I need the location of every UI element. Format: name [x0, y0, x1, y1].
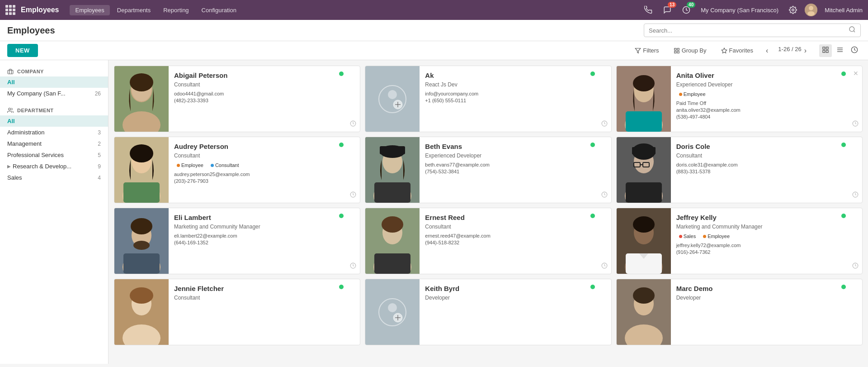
employee-role: Experienced Developer: [676, 81, 857, 88]
prev-arrow[interactable]: ‹: [764, 46, 770, 56]
employee-photo: [114, 137, 169, 203]
sidebar-dept-all[interactable]: All: [0, 115, 108, 127]
card-info: Jennie Fletcher Consultant: [169, 279, 360, 345]
sidebar-dept-management[interactable]: Management 2: [0, 138, 108, 149]
settings-icon-btn[interactable]: [786, 3, 800, 17]
svg-marker-12: [722, 48, 727, 53]
employee-name: Audrey Peterson: [174, 143, 354, 150]
sidebar-dept-sales[interactable]: Sales 4: [0, 172, 108, 183]
list-view-btn[interactable]: [834, 44, 846, 57]
employee-card-marc[interactable]: Marc Demo Developer: [616, 279, 863, 345]
next-arrow[interactable]: ›: [802, 46, 808, 56]
svg-point-1: [792, 9, 794, 11]
clock-icon: [350, 191, 356, 199]
svg-point-3: [809, 6, 813, 10]
kanban-view-btn[interactable]: [819, 44, 832, 57]
status-indicator: [841, 214, 846, 218]
employee-photo: [617, 208, 671, 274]
employee-card-jeffrey[interactable]: Jeffrey Kelly Marketing and Community Ma…: [616, 208, 863, 274]
clock-icon: [852, 120, 859, 128]
svg-point-74: [382, 216, 403, 233]
status-indicator: [590, 285, 595, 289]
top-navigation: Employees Employees Departments Reportin…: [0, 0, 868, 20]
search-input[interactable]: [649, 27, 846, 34]
card-info: Ernest Reed Consultant ernest.reed47@exa…: [420, 208, 611, 274]
employee-card-abigail[interactable]: Abigail Peterson Consultant odoo4441@gma…: [114, 66, 360, 132]
sidebar-item-label: My Company (San F...: [7, 90, 95, 97]
clock-icon-btn[interactable]: 40: [679, 3, 693, 17]
sidebar-item-count: 5: [98, 152, 101, 158]
employee-name: Beth Evans: [425, 143, 605, 150]
employee-email: info@yourcompany.com: [425, 91, 605, 96]
main-layout: COMPANY All My Company (San F... 26 DEPA…: [0, 60, 868, 364]
sidebar-dept-administration[interactable]: Administration 3: [0, 127, 108, 138]
page-info: 1-26 / 26: [778, 46, 801, 56]
employee-role: Marketing and Community Manager: [676, 224, 857, 230]
status-indicator: [590, 143, 595, 147]
svg-point-27: [130, 73, 153, 91]
employee-name: Ernest Reed: [425, 214, 605, 221]
filters-button[interactable]: Filters: [631, 45, 662, 56]
employee-card-beth[interactable]: Beth Evans Experienced Developer beth.ev…: [365, 137, 611, 203]
employee-card-eli[interactable]: Eli Lambert Marketing and Community Mana…: [114, 208, 360, 274]
group-by-label: Group By: [682, 47, 707, 54]
messages-icon-btn[interactable]: 13: [660, 3, 675, 17]
employee-card-keith[interactable]: Keith Byrd Developer: [365, 279, 611, 345]
employee-email: ernest.reed47@example.com: [425, 233, 605, 238]
page-title: Employees: [7, 25, 637, 36]
search-icon[interactable]: [849, 26, 856, 35]
clock-icon: [601, 262, 608, 270]
employee-name: Jennie Fletcher: [174, 285, 354, 292]
employee-card-doris[interactable]: Doris Cole Consultant doris.cole31@examp…: [616, 137, 863, 203]
employee-card-ak[interactable]: Ak React Js Dev info@yourcompany.com +1 …: [365, 66, 611, 132]
subheader: Employees: [0, 20, 868, 41]
card-info: Abigail Peterson Consultant odoo4441@gma…: [169, 66, 360, 132]
employee-card-jennie[interactable]: Jennie Fletcher Consultant: [114, 279, 360, 345]
sidebar-company-mycompany[interactable]: My Company (San F... 26: [0, 88, 108, 99]
new-button[interactable]: NEW: [7, 44, 38, 57]
favorites-button[interactable]: Favorites: [717, 45, 757, 56]
svg-rect-10: [674, 51, 676, 53]
employee-phone: (203)-276-7903: [174, 178, 354, 184]
svg-marker-7: [635, 48, 641, 53]
nav-reporting[interactable]: Reporting: [158, 5, 194, 15]
activity-view-btn[interactable]: [848, 44, 861, 57]
svg-rect-14: [826, 47, 828, 49]
nav-employees[interactable]: Employees: [70, 5, 109, 15]
group-by-button[interactable]: Group By: [670, 45, 710, 56]
employee-name: Keith Byrd: [425, 285, 605, 292]
employee-card-anita[interactable]: Anita Oliver Experienced Developer Emplo…: [616, 66, 863, 132]
employee-role: Experienced Developer: [425, 153, 605, 159]
activity-icon-btn[interactable]: [641, 3, 656, 17]
app-grid-icon[interactable]: [5, 5, 15, 15]
clock-icon: [852, 262, 859, 270]
svg-rect-45: [123, 182, 160, 203]
sidebar-dept-professional-services[interactable]: Professional Services 5: [0, 149, 108, 161]
svg-rect-13: [823, 47, 825, 49]
employee-card-audrey[interactable]: Audrey Peterson Consultant Employee Cons…: [114, 137, 360, 203]
app-name: Employees: [21, 6, 59, 14]
sidebar-item-label: Professional Services: [7, 152, 98, 158]
svg-rect-11: [677, 51, 679, 53]
svg-point-68: [133, 241, 150, 250]
employee-email: odoo4441@gmail.com: [174, 91, 354, 96]
card-info: Marc Demo Developer: [671, 279, 862, 345]
employee-photo: [365, 208, 420, 274]
tag-sales: Sales: [676, 233, 699, 239]
sidebar-company-all[interactable]: All: [0, 76, 108, 88]
user-avatar[interactable]: [805, 4, 817, 16]
employee-name: Anita Oliver: [676, 71, 857, 79]
svg-line-6: [854, 31, 855, 32]
card-info: Jeffrey Kelly Marketing and Community Ma…: [671, 208, 862, 274]
company-label[interactable]: My Company (San Francisco): [701, 7, 778, 14]
expand-arrow: ▶: [7, 164, 11, 169]
employee-card-ernest[interactable]: Ernest Reed Consultant ernest.reed47@exa…: [365, 208, 611, 274]
nav-configuration[interactable]: Configuration: [196, 5, 242, 15]
close-icon[interactable]: ✕: [853, 70, 859, 77]
svg-point-95: [633, 287, 655, 304]
sidebar-dept-research[interactable]: ▶ Research & Develop... 9: [0, 161, 108, 172]
employee-phone: +1 (650) 555-0111: [425, 98, 605, 103]
nav-arrows: ‹ 1-26 / 26 ›: [764, 46, 808, 56]
employee-name: Ak: [425, 71, 605, 79]
nav-departments[interactable]: Departments: [112, 5, 156, 15]
